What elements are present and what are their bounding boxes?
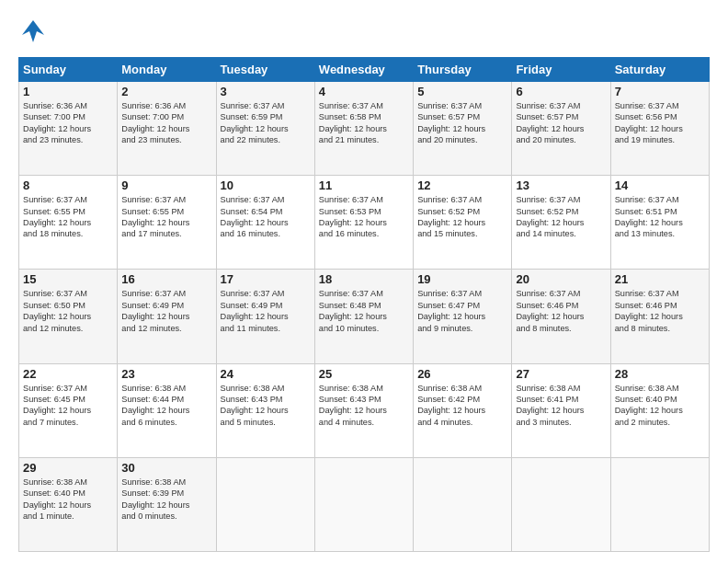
day-cell: 5 Sunrise: 6:37 AMSunset: 6:57 PMDayligh… — [414, 82, 512, 176]
day-cell: 26 Sunrise: 6:38 AMSunset: 6:42 PMDaylig… — [414, 363, 512, 457]
day-cell: 13 Sunrise: 6:37 AMSunset: 6:52 PMDaylig… — [512, 176, 610, 270]
logo-bird-icon — [18, 17, 48, 50]
day-info: Sunrise: 6:36 AMSunset: 7:00 PMDaylight:… — [121, 101, 189, 144]
day-cell: 22 Sunrise: 6:37 AMSunset: 6:45 PMDaylig… — [19, 363, 118, 457]
weekday-header-row: SundayMondayTuesdayWednesdayThursdayFrid… — [19, 58, 710, 82]
weekday-header-monday: Monday — [118, 58, 216, 82]
week-row-1: 1 Sunrise: 6:36 AMSunset: 7:00 PMDayligh… — [19, 82, 710, 176]
day-number: 20 — [516, 272, 606, 286]
day-info: Sunrise: 6:37 AMSunset: 6:58 PMDaylight:… — [319, 101, 387, 144]
day-cell: 11 Sunrise: 6:37 AMSunset: 6:53 PMDaylig… — [314, 176, 413, 270]
day-info: Sunrise: 6:37 AMSunset: 6:50 PMDaylight:… — [23, 289, 91, 332]
day-number: 21 — [615, 272, 705, 286]
day-info: Sunrise: 6:37 AMSunset: 6:53 PMDaylight:… — [319, 195, 387, 238]
day-cell: 28 Sunrise: 6:38 AMSunset: 6:40 PMDaylig… — [610, 363, 709, 457]
day-info: Sunrise: 6:37 AMSunset: 6:52 PMDaylight:… — [417, 195, 485, 238]
day-number: 30 — [121, 461, 211, 475]
day-number: 11 — [319, 178, 409, 192]
day-number: 3 — [221, 85, 311, 98]
day-number: 17 — [221, 272, 311, 286]
day-info: Sunrise: 6:37 AMSunset: 6:48 PMDaylight:… — [319, 289, 387, 332]
weekday-header-sunday: Sunday — [19, 58, 118, 82]
logo — [18, 17, 51, 50]
day-info: Sunrise: 6:37 AMSunset: 6:45 PMDaylight:… — [23, 384, 91, 427]
day-cell: 23 Sunrise: 6:38 AMSunset: 6:44 PMDaylig… — [118, 363, 216, 457]
day-info: Sunrise: 6:37 AMSunset: 6:57 PMDaylight:… — [417, 101, 485, 144]
day-cell — [314, 457, 413, 551]
day-number: 23 — [121, 367, 211, 381]
day-cell: 15 Sunrise: 6:37 AMSunset: 6:50 PMDaylig… — [19, 270, 118, 363]
day-info: Sunrise: 6:37 AMSunset: 6:55 PMDaylight:… — [121, 195, 189, 238]
day-info: Sunrise: 6:38 AMSunset: 6:40 PMDaylight:… — [23, 477, 91, 521]
weekday-header-friday: Friday — [512, 58, 610, 82]
day-info: Sunrise: 6:38 AMSunset: 6:43 PMDaylight:… — [319, 384, 387, 427]
week-row-5: 29 Sunrise: 6:38 AMSunset: 6:40 PMDaylig… — [19, 457, 710, 551]
day-number: 27 — [516, 367, 606, 381]
day-cell: 3 Sunrise: 6:37 AMSunset: 6:59 PMDayligh… — [216, 82, 314, 176]
day-cell — [610, 457, 709, 551]
day-cell: 14 Sunrise: 6:37 AMSunset: 6:51 PMDaylig… — [610, 176, 709, 270]
weekday-header-tuesday: Tuesday — [216, 58, 314, 82]
day-number: 28 — [615, 367, 705, 381]
day-cell: 4 Sunrise: 6:37 AMSunset: 6:58 PMDayligh… — [314, 82, 413, 176]
day-cell: 17 Sunrise: 6:37 AMSunset: 6:49 PMDaylig… — [216, 270, 314, 363]
day-cell: 6 Sunrise: 6:37 AMSunset: 6:57 PMDayligh… — [512, 82, 610, 176]
day-info: Sunrise: 6:37 AMSunset: 6:54 PMDaylight:… — [221, 195, 289, 238]
day-cell: 18 Sunrise: 6:37 AMSunset: 6:48 PMDaylig… — [314, 270, 413, 363]
day-info: Sunrise: 6:38 AMSunset: 6:43 PMDaylight:… — [221, 384, 289, 427]
day-cell: 1 Sunrise: 6:36 AMSunset: 7:00 PMDayligh… — [19, 82, 118, 176]
weekday-header-wednesday: Wednesday — [314, 58, 413, 82]
day-cell: 29 Sunrise: 6:38 AMSunset: 6:40 PMDaylig… — [19, 457, 118, 551]
day-cell: 25 Sunrise: 6:38 AMSunset: 6:43 PMDaylig… — [314, 363, 413, 457]
day-number: 9 — [121, 178, 211, 192]
day-info: Sunrise: 6:38 AMSunset: 6:42 PMDaylight:… — [417, 384, 485, 427]
day-number: 2 — [121, 85, 211, 98]
day-cell: 2 Sunrise: 6:36 AMSunset: 7:00 PMDayligh… — [118, 82, 216, 176]
day-cell — [216, 457, 314, 551]
day-info: Sunrise: 6:38 AMSunset: 6:40 PMDaylight:… — [615, 384, 683, 427]
day-cell: 30 Sunrise: 6:38 AMSunset: 6:39 PMDaylig… — [118, 457, 216, 551]
day-info: Sunrise: 6:37 AMSunset: 6:49 PMDaylight:… — [221, 289, 289, 332]
day-info: Sunrise: 6:37 AMSunset: 6:49 PMDaylight:… — [121, 289, 189, 332]
day-cell — [414, 457, 512, 551]
svg-marker-0 — [22, 20, 44, 42]
header — [18, 17, 710, 50]
day-number: 19 — [417, 272, 507, 286]
day-info: Sunrise: 6:38 AMSunset: 6:39 PMDaylight:… — [121, 477, 189, 521]
day-number: 12 — [417, 178, 507, 192]
day-number: 15 — [23, 272, 113, 286]
day-cell: 10 Sunrise: 6:37 AMSunset: 6:54 PMDaylig… — [216, 176, 314, 270]
day-cell: 27 Sunrise: 6:38 AMSunset: 6:41 PMDaylig… — [512, 363, 610, 457]
week-row-4: 22 Sunrise: 6:37 AMSunset: 6:45 PMDaylig… — [19, 363, 710, 457]
day-number: 24 — [221, 367, 311, 381]
weekday-header-thursday: Thursday — [414, 58, 512, 82]
day-cell: 24 Sunrise: 6:38 AMSunset: 6:43 PMDaylig… — [216, 363, 314, 457]
day-cell: 9 Sunrise: 6:37 AMSunset: 6:55 PMDayligh… — [118, 176, 216, 270]
day-info: Sunrise: 6:36 AMSunset: 7:00 PMDaylight:… — [23, 101, 91, 144]
week-row-3: 15 Sunrise: 6:37 AMSunset: 6:50 PMDaylig… — [19, 270, 710, 363]
day-cell: 19 Sunrise: 6:37 AMSunset: 6:47 PMDaylig… — [414, 270, 512, 363]
week-row-2: 8 Sunrise: 6:37 AMSunset: 6:55 PMDayligh… — [19, 176, 710, 270]
day-info: Sunrise: 6:37 AMSunset: 6:57 PMDaylight:… — [516, 101, 584, 144]
day-info: Sunrise: 6:38 AMSunset: 6:44 PMDaylight:… — [121, 384, 189, 427]
day-cell: 21 Sunrise: 6:37 AMSunset: 6:46 PMDaylig… — [610, 270, 709, 363]
day-info: Sunrise: 6:37 AMSunset: 6:51 PMDaylight:… — [615, 195, 683, 238]
day-cell: 12 Sunrise: 6:37 AMSunset: 6:52 PMDaylig… — [414, 176, 512, 270]
day-number: 6 — [516, 85, 606, 98]
day-info: Sunrise: 6:37 AMSunset: 6:55 PMDaylight:… — [23, 195, 91, 238]
day-number: 18 — [319, 272, 409, 286]
day-number: 14 — [615, 178, 705, 192]
day-number: 29 — [23, 461, 113, 475]
day-cell: 8 Sunrise: 6:37 AMSunset: 6:55 PMDayligh… — [19, 176, 118, 270]
day-cell: 7 Sunrise: 6:37 AMSunset: 6:56 PMDayligh… — [610, 82, 709, 176]
day-info: Sunrise: 6:38 AMSunset: 6:41 PMDaylight:… — [516, 384, 584, 427]
day-number: 8 — [23, 178, 113, 192]
day-info: Sunrise: 6:37 AMSunset: 6:47 PMDaylight:… — [417, 289, 485, 332]
day-cell: 16 Sunrise: 6:37 AMSunset: 6:49 PMDaylig… — [118, 270, 216, 363]
day-info: Sunrise: 6:37 AMSunset: 6:56 PMDaylight:… — [615, 101, 683, 144]
day-number: 16 — [121, 272, 211, 286]
day-number: 25 — [319, 367, 409, 381]
day-number: 26 — [417, 367, 507, 381]
day-info: Sunrise: 6:37 AMSunset: 6:52 PMDaylight:… — [516, 195, 584, 238]
day-number: 4 — [319, 85, 409, 98]
